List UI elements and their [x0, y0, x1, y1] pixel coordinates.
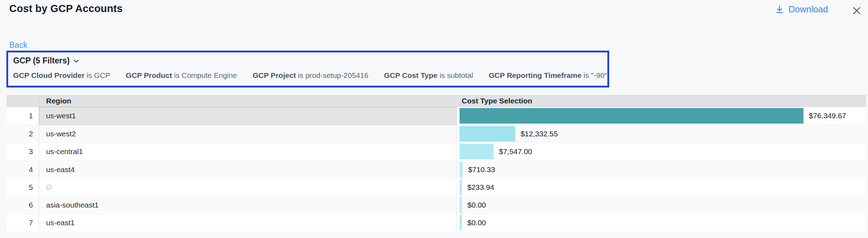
cost-bar [460, 162, 463, 177]
table-header-row: Region Cost Type Selection [6, 95, 866, 107]
table-row[interactable]: 3us-central1$7,547.00 [6, 143, 866, 160]
cost-value: $7,547.00 [499, 147, 532, 156]
page-title: Cost by GCP Accounts [9, 3, 123, 15]
cost-value: $0.00 [467, 201, 486, 209]
cost-bar [460, 180, 462, 195]
cost-by-gcp-accounts-panel: Cost by GCP Accounts Download Back GCP (… [0, 0, 868, 238]
filter-name: GCP Cloud Provider [13, 71, 84, 79]
row-number: 1 [6, 107, 39, 125]
filter-name: GCP Cost Type [384, 71, 438, 79]
download-button[interactable]: Download [775, 4, 828, 15]
cost-bar [460, 108, 803, 124]
cost-bar [460, 215, 462, 231]
region-cell[interactable]: us-west1 [39, 107, 457, 125]
region-cell[interactable]: asia-southeast1 [39, 196, 457, 214]
table-row[interactable]: 7us-east1$0.00 [6, 214, 866, 232]
filter-condition-2[interactable]: GCP Project is prod-setup-205416 [252, 71, 368, 80]
table-row[interactable]: 5∅$233.94 [6, 178, 866, 196]
region-cell[interactable]: us-east4 [39, 161, 457, 178]
cost-value: $76,349.67 [809, 112, 846, 120]
row-number: 5 [6, 178, 39, 196]
filter-condition-1[interactable]: GCP Product is Compute Engine [126, 71, 237, 80]
download-label: Download [789, 4, 828, 15]
close-button[interactable] [850, 4, 863, 17]
cost-value: $0.00 [467, 219, 486, 227]
filter-condition-0[interactable]: GCP Cloud Provider is GCP [13, 71, 110, 80]
cost-value: $710.33 [468, 165, 495, 174]
table-body: 1us-west1$76,349.672us-west2$12,332.553u… [6, 107, 866, 232]
filter-condition-3[interactable]: GCP Cost Type is subtotal [384, 71, 473, 80]
filter-condition-4[interactable]: GCP Reporting Timeframe is "-90" [489, 71, 607, 80]
cost-bar [460, 197, 462, 213]
cost-cell: $0.00 [457, 196, 866, 214]
filter-list: GCP Cloud Provider is GCPGCP Product is … [13, 71, 602, 80]
row-number: 2 [6, 125, 39, 142]
cost-cell: $76,349.67 [457, 107, 866, 125]
filter-summary-label: GCP (5 Filters) [13, 56, 69, 66]
cost-bar [460, 126, 515, 142]
download-icon [775, 5, 784, 14]
back-link[interactable]: Back [9, 40, 27, 50]
cost-bar [460, 144, 494, 159]
table-row[interactable]: 2us-west2$12,332.55 [6, 125, 866, 142]
cost-column-header[interactable]: Cost Type Selection [457, 97, 866, 105]
row-number: 6 [6, 196, 39, 214]
cost-value: $12,332.55 [521, 130, 558, 138]
row-number: 7 [6, 214, 39, 232]
filter-name: GCP Product [126, 71, 172, 79]
cost-table: Region Cost Type Selection 1us-west1$76,… [6, 95, 866, 232]
region-column-header[interactable]: Region [39, 97, 457, 105]
cost-value: $233.94 [467, 183, 494, 192]
cost-cell: $7,547.00 [457, 143, 866, 160]
region-cell[interactable]: us-central1 [39, 143, 457, 160]
table-row[interactable]: 4us-east4$710.33 [6, 160, 866, 178]
table-row[interactable]: 1us-west1$76,349.67 [6, 107, 866, 125]
cost-cell: $710.33 [457, 161, 866, 178]
cost-cell: $0.00 [457, 214, 866, 232]
row-number: 4 [6, 161, 39, 178]
table-row[interactable]: 6asia-southeast1$0.00 [6, 196, 866, 214]
filter-name: GCP Project [252, 71, 296, 79]
filter-summary-dropdown[interactable]: GCP (5 Filters) [13, 56, 80, 66]
row-number: 3 [6, 143, 39, 160]
cost-cell: $233.94 [457, 178, 866, 196]
cost-cell: $12,332.55 [457, 125, 866, 142]
region-cell[interactable]: us-east1 [39, 214, 457, 232]
region-cell[interactable]: ∅ [39, 178, 457, 196]
region-cell[interactable]: us-west2 [39, 125, 457, 142]
close-icon [851, 5, 862, 16]
chevron-down-icon [72, 57, 80, 65]
filter-panel: GCP (5 Filters) GCP Cloud Provider is GC… [6, 51, 609, 87]
filter-name: GCP Reporting Timeframe [489, 71, 582, 79]
